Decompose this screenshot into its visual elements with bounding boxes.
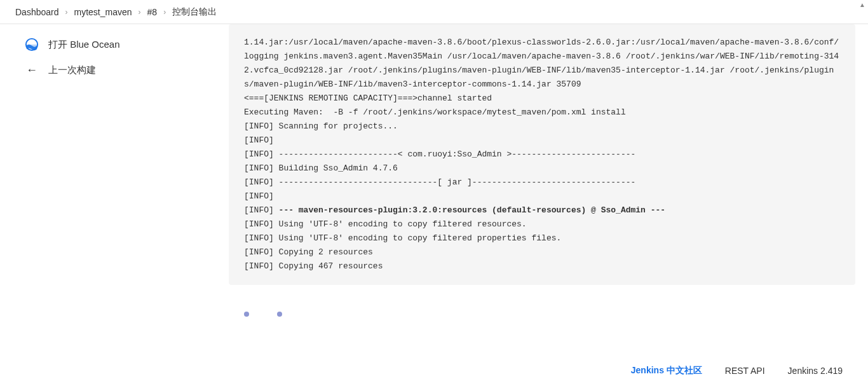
console-line: [INFO] Copying 2 resources (244, 245, 840, 259)
sidebar-item-blueocean[interactable]: 打开 Blue Ocean (17, 32, 229, 57)
main-content: 1.14.jar:/usr/local/maven/apache-maven-3… (229, 24, 868, 355)
sidebar-item-prev-build[interactable]: ← 上一次构建 (17, 57, 229, 83)
console-line: [INFO] Copying 467 resources (244, 259, 840, 273)
console-line: <===[JENKINS REMOTING CAPACITY]===>chann… (244, 92, 840, 106)
chevron-right-icon: › (163, 8, 166, 17)
chevron-right-icon: › (65, 8, 68, 17)
breadcrumb-console[interactable]: 控制台输出 (167, 4, 222, 20)
footer-community-link[interactable]: Jenkins 中文社区 (631, 365, 702, 376)
loading-dot (277, 312, 282, 317)
footer-version: Jenkins 2.419 (788, 366, 843, 376)
console-line: [INFO] ------------------------< com.ruo… (244, 148, 840, 162)
breadcrumb-project[interactable]: mytest_maven (69, 4, 137, 20)
console-line: [INFO] Building Sso_Admin 4.7.6 (244, 162, 840, 176)
console-line: [INFO] Using 'UTF-8' encoding to copy fi… (244, 217, 840, 231)
console-line: [INFO] --------------------------------[… (244, 176, 840, 190)
arrow-left-icon: ← (24, 62, 39, 78)
loading-dot (244, 312, 249, 317)
sidebar: 打开 Blue Ocean ← 上一次构建 (0, 24, 229, 355)
footer-rest-api-link[interactable]: REST API (725, 366, 765, 376)
breadcrumb: Dashboard › mytest_maven › #8 › 控制台输出 (0, 0, 868, 24)
console-line: [INFO] --- maven-resources-plugin:3.2.0:… (244, 203, 840, 217)
footer: Jenkins 中文社区 REST API Jenkins 2.419 (0, 355, 868, 386)
scrollbar-up-arrow[interactable]: ▲ (859, 1, 865, 8)
console-line: [INFO] Scanning for projects... (244, 120, 840, 134)
console-line: [INFO] (244, 134, 840, 148)
breadcrumb-build[interactable]: #8 (142, 4, 163, 20)
loading-indicator (244, 312, 855, 317)
console-line: 1.14.jar:/usr/local/maven/apache-maven-3… (244, 36, 840, 92)
sidebar-item-label: 上一次构建 (48, 64, 96, 76)
chevron-right-icon: › (139, 8, 141, 17)
console-line: Executing Maven: -B -f /root/.jenkins/wo… (244, 106, 840, 120)
console-line: [INFO] (244, 190, 840, 203)
console-output: 1.14.jar:/usr/local/maven/apache-maven-3… (229, 24, 855, 285)
blueocean-icon (24, 37, 39, 52)
sidebar-item-label: 打开 Blue Ocean (48, 39, 120, 51)
console-line: [INFO] Using 'UTF-8' encoding to copy fi… (244, 231, 840, 245)
breadcrumb-dashboard[interactable]: Dashboard (10, 4, 64, 20)
